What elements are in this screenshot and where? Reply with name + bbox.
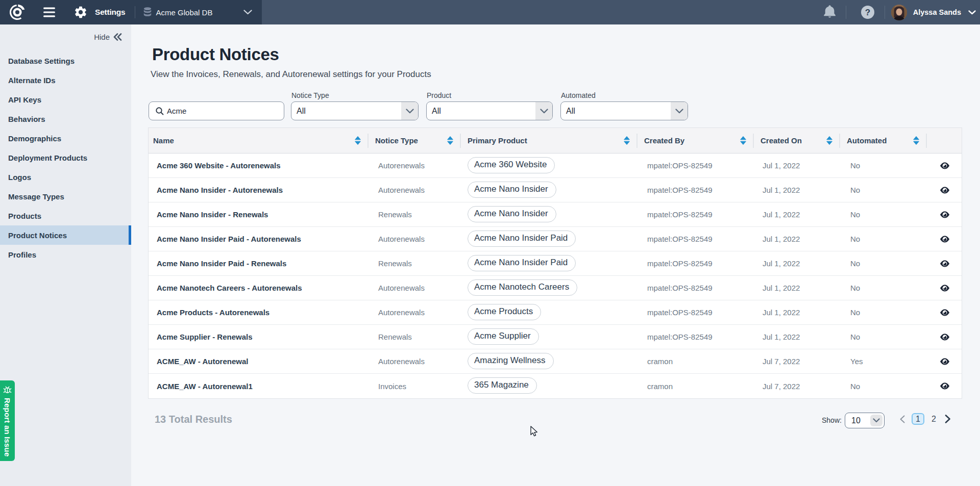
svg-text:?: ? [865,8,870,17]
